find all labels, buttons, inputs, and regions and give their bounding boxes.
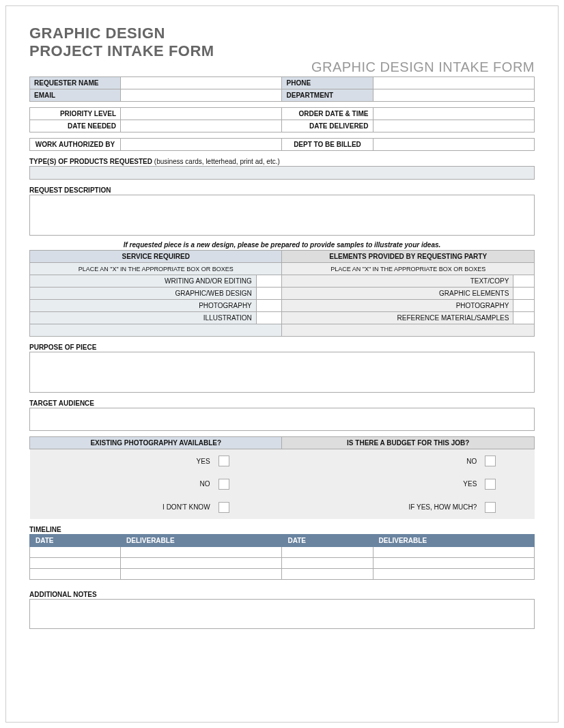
- service-elements-table: SERVICE REQUIRED ELEMENTS PROVIDED BY RE…: [29, 250, 535, 337]
- label-priority: PRIORITY LEVEL: [30, 108, 121, 120]
- photo-budget-table: EXISTING PHOTOGRAPHY AVAILABLE? IS THERE…: [29, 436, 535, 519]
- photo-opt-0: YES: [30, 449, 214, 473]
- tl-r2-c1[interactable]: [121, 568, 282, 579]
- input-work-auth[interactable]: [121, 139, 282, 151]
- input-email[interactable]: [121, 89, 282, 102]
- design-note: If requested piece is a new design, plea…: [29, 241, 535, 249]
- budget-opt-2: IF YES, HOW MUCH?: [282, 496, 481, 519]
- label-department: DEPARTMENT: [282, 89, 373, 102]
- tl-r1-c1[interactable]: [121, 557, 282, 568]
- products-label-text: TYPE(S) OF PRODUCTS REQUESTED: [29, 158, 152, 165]
- label-order-date: ORDER DATE & TIME: [282, 108, 373, 120]
- label-products-requested: TYPE(S) OF PRODUCTS REQUESTED (business …: [29, 158, 535, 165]
- label-date-needed: DATE NEEDED: [30, 120, 121, 132]
- budget-opt-0: NO: [282, 449, 481, 473]
- svc-right-1: GRAPHIC ELEMENTS: [282, 288, 513, 300]
- label-timeline: TIMELINE: [29, 526, 535, 533]
- check-svc-left-0[interactable]: [256, 275, 282, 288]
- budget-opt-1: YES: [282, 473, 481, 496]
- input-products-requested[interactable]: [29, 166, 535, 180]
- tl-col-3: DELIVERABLE: [373, 534, 535, 546]
- input-department[interactable]: [373, 89, 535, 102]
- label-email: EMAIL: [30, 89, 121, 102]
- tl-col-0: DATE: [30, 534, 121, 546]
- input-target-audience[interactable]: [29, 408, 535, 431]
- svc-right-0: TEXT/COPY: [282, 275, 513, 288]
- check-svc-right-1[interactable]: [513, 288, 535, 300]
- check-svc-right-0[interactable]: [513, 275, 535, 288]
- check-svc-left-2[interactable]: [256, 300, 282, 312]
- check-budget-0[interactable]: [485, 456, 496, 466]
- header-elements-provided: ELEMENTS PROVIDED BY REQUESTING PARTY: [282, 251, 535, 263]
- input-requester-name[interactable]: [121, 77, 282, 89]
- label-dept-billed: DEPT TO BE BILLED: [282, 139, 373, 151]
- svc-left-1: GRAPHIC/WEB DESIGN: [30, 288, 257, 300]
- authorization-table: WORK AUTHORIZED BY DEPT TO BE BILLED: [29, 138, 535, 151]
- check-svc-right-2[interactable]: [513, 300, 535, 312]
- tl-r1-c3[interactable]: [373, 557, 535, 568]
- label-purpose: PURPOSE OF PIECE: [29, 344, 535, 351]
- tl-r0-c1[interactable]: [121, 546, 282, 557]
- svc-right-pad: [282, 324, 535, 337]
- label-target-audience: TARGET AUDIENCE: [29, 400, 535, 407]
- tl-r2-c2[interactable]: [282, 568, 373, 579]
- svc-right-3: REFERENCE MATERIAL/SAMPLES: [282, 312, 513, 324]
- photo-opt-1: NO: [30, 473, 214, 496]
- tl-r2-c0[interactable]: [30, 568, 121, 579]
- page-header-right: GRAPHIC DESIGN INTAKE FORM: [29, 59, 535, 75]
- svc-left-2: PHOTOGRAPHY: [30, 300, 257, 312]
- label-additional-notes: ADDITIONAL NOTES: [29, 591, 535, 598]
- header-existing-photo: EXISTING PHOTOGRAPHY AVAILABLE?: [30, 437, 282, 449]
- svc-left-3: ILLUSTRATION: [30, 312, 257, 324]
- input-order-date[interactable]: [373, 108, 535, 120]
- input-date-needed[interactable]: [121, 120, 282, 132]
- check-photo-2[interactable]: [218, 502, 229, 513]
- check-svc-left-1[interactable]: [256, 288, 282, 300]
- input-dept-billed[interactable]: [373, 139, 535, 151]
- input-request-description[interactable]: [29, 195, 535, 236]
- check-photo-1[interactable]: [218, 479, 229, 490]
- input-additional-notes[interactable]: [29, 599, 535, 629]
- tl-r1-c0[interactable]: [30, 557, 121, 568]
- input-date-delivered[interactable]: [373, 120, 535, 132]
- check-svc-right-3[interactable]: [513, 312, 535, 324]
- input-purpose[interactable]: [29, 352, 535, 393]
- header-service-required: SERVICE REQUIRED: [30, 251, 282, 263]
- svc-right-2: PHOTOGRAPHY: [282, 300, 513, 312]
- page-title-line1: GRAPHIC DESIGN: [29, 25, 535, 42]
- page-title-line2: PROJECT INTAKE FORM: [29, 43, 535, 59]
- instruction-left: PLACE AN "X" IN THE APPROPRIATE BOX OR B…: [30, 263, 282, 275]
- svc-left-0: WRITING AND/OR EDITING: [30, 275, 257, 288]
- form-page: GRAPHIC DESIGN PROJECT INTAKE FORM GRAPH…: [5, 5, 559, 723]
- photo-opt-2: I DON'T KNOW: [30, 496, 214, 519]
- timeline-table: DATE DELIVERABLE DATE DELIVERABLE: [29, 534, 535, 580]
- products-hint: (business cards, letterhead, print ad, e…: [154, 158, 280, 165]
- label-date-delivered: DATE DELIVERED: [282, 120, 373, 132]
- tl-r0-c0[interactable]: [30, 546, 121, 557]
- requester-info-table: REQUESTER NAME PHONE EMAIL DEPARTMENT: [29, 76, 535, 102]
- input-priority[interactable]: [121, 108, 282, 120]
- header-budget: IS THERE A BUDGET FOR THIS JOB?: [282, 437, 535, 449]
- svc-left-pad: [30, 324, 282, 337]
- check-budget-2[interactable]: [485, 502, 496, 513]
- tl-col-1: DELIVERABLE: [121, 534, 282, 546]
- label-requester-name: REQUESTER NAME: [30, 77, 121, 89]
- tl-r0-c2[interactable]: [282, 546, 373, 557]
- instruction-right: PLACE AN "X" IN THE APPROPRIATE BOX OR B…: [282, 263, 535, 275]
- tl-r0-c3[interactable]: [373, 546, 535, 557]
- priority-table: PRIORITY LEVEL ORDER DATE & TIME DATE NE…: [29, 107, 535, 132]
- tl-r2-c3[interactable]: [373, 568, 535, 579]
- tl-r1-c2[interactable]: [282, 557, 373, 568]
- tl-col-2: DATE: [282, 534, 373, 546]
- label-phone: PHONE: [282, 77, 373, 89]
- check-photo-0[interactable]: [218, 456, 229, 466]
- label-request-description: REQUEST DESCRIPTION: [29, 186, 535, 194]
- input-phone[interactable]: [373, 77, 535, 89]
- check-svc-left-3[interactable]: [256, 312, 282, 324]
- check-budget-1[interactable]: [485, 479, 496, 490]
- label-work-auth: WORK AUTHORIZED BY: [30, 139, 121, 151]
